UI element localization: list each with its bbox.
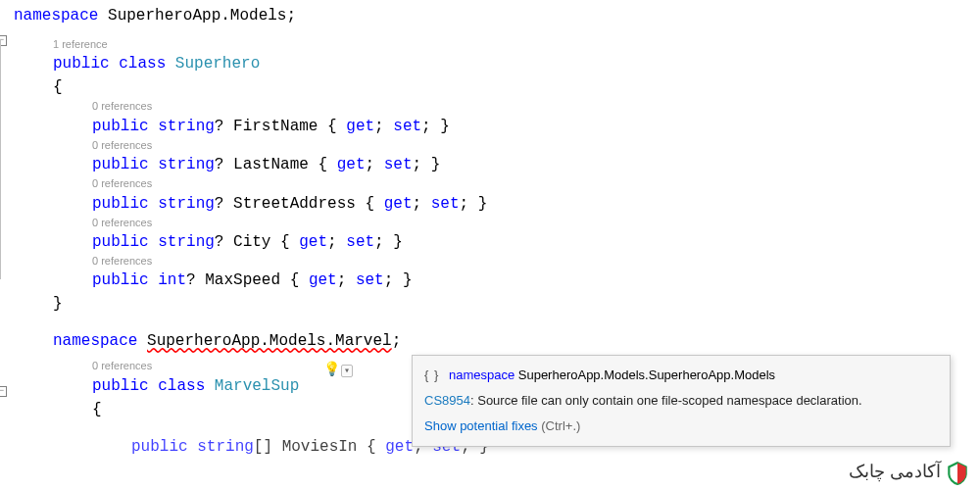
code-line: namespace SuperheroApp.Models; bbox=[14, 4, 972, 27]
codelens[interactable]: 0 references bbox=[14, 254, 972, 269]
code-line: public class Superhero bbox=[14, 52, 972, 75]
watermark-logo-icon bbox=[945, 461, 970, 486]
namespace-icon: { } bbox=[424, 368, 439, 382]
code-line: public int? MaxSpeed { get; set; } bbox=[14, 269, 972, 292]
codelens[interactable]: 0 references bbox=[14, 138, 972, 153]
quick-actions-lightbulb[interactable]: 💡▾ bbox=[323, 361, 353, 377]
chevron-down-icon: ▾ bbox=[341, 365, 353, 377]
code-line: public string? LastName { get; set; } bbox=[14, 153, 972, 176]
namespace-name: SuperheroApp.Models bbox=[108, 7, 286, 24]
watermark-text: آکادمی چابک bbox=[849, 461, 941, 482]
fold-toggle-icon[interactable]: − bbox=[0, 386, 7, 397]
code-line: public string? City { get; set; } bbox=[14, 230, 972, 254]
watermark: آکادمی چابک bbox=[849, 459, 970, 484]
blank-line bbox=[14, 316, 972, 329]
error-code: CS8954 bbox=[424, 393, 470, 408]
namespace-name-error: SuperheroApp.Models.Marvel bbox=[147, 332, 392, 350]
codelens[interactable]: 1 reference bbox=[14, 37, 972, 52]
code-line-error: namespace SuperheroApp.Models.Marvel; bbox=[14, 329, 972, 353]
class-name: Superhero bbox=[175, 55, 260, 73]
codelens[interactable]: 0 references bbox=[14, 176, 972, 191]
lightbulb-icon: 💡 bbox=[323, 362, 340, 377]
code-line: public string? FirstName { get; set; } bbox=[14, 115, 972, 138]
code-line: public string? StreetAddress { get; set;… bbox=[14, 192, 972, 216]
code-line: } bbox=[14, 292, 972, 316]
shortcut-hint: (Ctrl+.) bbox=[538, 418, 581, 433]
class-name: MarvelSup bbox=[215, 377, 299, 395]
codelens[interactable]: 0 references bbox=[14, 216, 972, 230]
codelens[interactable]: 0 references bbox=[14, 99, 972, 114]
code-line: { bbox=[14, 75, 972, 99]
show-fixes-link[interactable]: Show potential fixes bbox=[424, 416, 538, 436]
blank-line bbox=[14, 27, 972, 37]
tooltip-symbol-row: { } namespace SuperheroApp.Models.Superh… bbox=[424, 366, 938, 385]
tooltip-error-row: CS8954: Source file can only contain one… bbox=[424, 391, 938, 411]
error-tooltip: { } namespace SuperheroApp.Models.Superh… bbox=[412, 355, 951, 447]
outline-guide bbox=[0, 39, 8, 279]
keyword: namespace bbox=[14, 7, 98, 24]
